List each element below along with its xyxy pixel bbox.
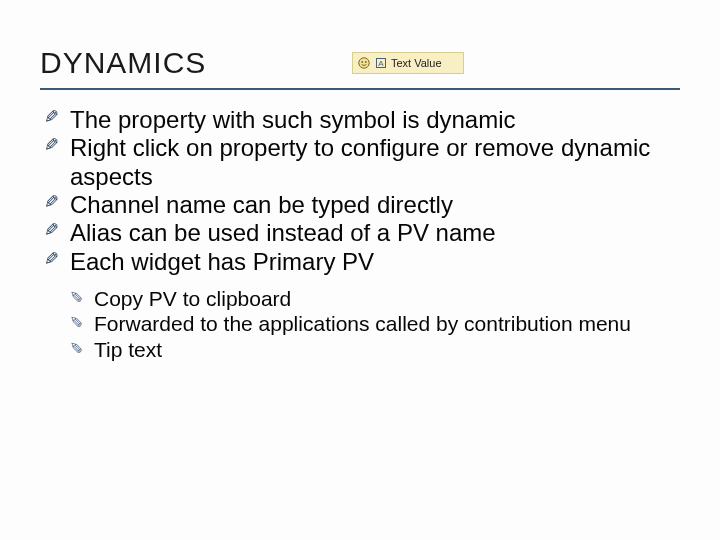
bullet-list: The property with such symbol is dynamic…: [44, 106, 680, 276]
list-item: Each widget has Primary PV: [44, 248, 680, 276]
list-item: Channel name can be typed directly: [44, 191, 680, 219]
list-item: Right click on property to configure or …: [44, 134, 680, 191]
list-item: Alias can be used instead of a PV name: [44, 219, 680, 247]
list-item: Forwarded to the applications called by …: [70, 311, 680, 337]
svg-text:A: A: [378, 59, 384, 68]
property-example-label: Text Value: [391, 57, 442, 69]
list-item: Tip text: [70, 337, 680, 363]
list-item: The property with such symbol is dynamic: [44, 106, 680, 134]
slide: DYNAMICS A Text Value The property with …: [0, 0, 720, 540]
property-example: A Text Value: [352, 52, 464, 74]
text-icon: A: [375, 57, 387, 69]
svg-point-2: [365, 61, 367, 63]
svg-point-0: [359, 58, 369, 68]
slide-body: The property with such symbol is dynamic…: [44, 106, 680, 363]
svg-point-1: [361, 61, 363, 63]
dynamic-indicator-icon: [357, 56, 371, 70]
sub-bullet-list: Copy PV to clipboard Forwarded to the ap…: [44, 286, 680, 363]
list-item: Copy PV to clipboard: [70, 286, 680, 312]
page-title: DYNAMICS: [40, 46, 206, 80]
